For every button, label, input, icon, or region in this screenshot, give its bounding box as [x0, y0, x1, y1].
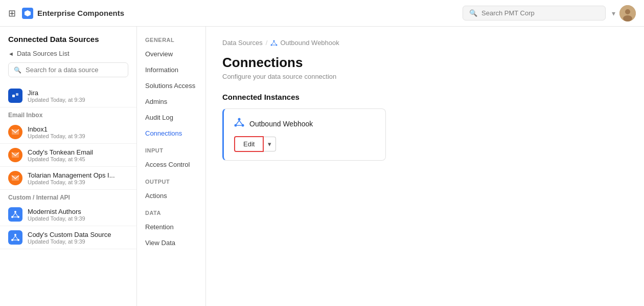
connection-card: Outbound Webhook Edit ▾: [222, 108, 386, 161]
svg-line-13: [15, 213, 18, 216]
jira-item-info: Jira Updated Today, at 9:39: [28, 89, 85, 103]
main-layout: Connected Data Sources ◄ Data Sources Li…: [0, 27, 644, 306]
grid-icon[interactable]: ⊞: [8, 8, 16, 19]
sidebar-item-cody-custom[interactable]: Cody's Custom Data Source Updated Today,…: [0, 226, 136, 249]
svg-line-30: [236, 121, 239, 125]
inbox1-item-name: Inbox1: [28, 125, 85, 133]
nav-right: ▾: [612, 5, 636, 21]
nav-audit-log[interactable]: Audit Log: [137, 110, 205, 125]
modernist-icon: [8, 207, 22, 222]
custom-api-section-label: Custom / Internal API: [0, 190, 136, 203]
jira-item-sub: Updated Today, at 9:39: [28, 97, 85, 103]
breadcrumb-data-sources[interactable]: Data Sources: [222, 39, 263, 47]
email-icon: [8, 125, 22, 139]
connection-webhook-icon: [234, 117, 244, 130]
output-section-label: Output: [137, 172, 205, 188]
jira-icon: [8, 89, 22, 103]
input-section-label: Input: [137, 141, 205, 157]
connection-card-header: Outbound Webhook: [234, 117, 375, 130]
datasource-search-input[interactable]: [26, 66, 123, 74]
cody-email-item-sub: Updated Today, at 9:45: [28, 156, 93, 162]
tolarian-item-sub: Updated Today, at 9:39: [28, 179, 115, 185]
svg-marker-0: [25, 10, 31, 16]
datasource-search[interactable]: 🔍: [8, 62, 128, 77]
svg-point-27: [238, 118, 241, 121]
email-section-label: Email Inbox: [0, 107, 136, 121]
back-label: Data Sources List: [17, 50, 70, 57]
main-content: Data Sources / Outbound Webhook Connecti…: [206, 27, 644, 306]
svg-line-12: [13, 213, 15, 216]
cody-email-icon: [8, 148, 22, 162]
connection-card-name: Outbound Webhook: [249, 120, 313, 128]
left-sidebar: Connected Data Sources ◄ Data Sources Li…: [0, 27, 137, 306]
tolarian-item-info: Tolarian Management Ops I... Updated Tod…: [28, 171, 115, 185]
nav-overview[interactable]: Overview: [137, 46, 205, 62]
svg-point-21: [273, 40, 275, 41]
jira-item-name: Jira: [28, 89, 85, 97]
logo-icon: [22, 8, 33, 19]
general-section-label: General: [137, 31, 205, 46]
dropdown-button[interactable]: ▾: [264, 137, 276, 151]
sidebar-header: Connected Data Sources ◄ Data Sources Li…: [0, 27, 136, 84]
search-icon: 🔍: [469, 9, 477, 17]
nav-information[interactable]: Information: [137, 62, 205, 78]
breadcrumb-webhook: Outbound Webhook: [270, 39, 339, 47]
svg-line-25: [274, 41, 277, 45]
modernist-item-name: Modernist Authors: [28, 208, 85, 215]
svg-point-15: [14, 234, 16, 236]
svg-line-18: [13, 236, 15, 239]
svg-line-19: [15, 236, 18, 239]
nav-connections[interactable]: Connections: [137, 125, 205, 141]
nav-view-data[interactable]: View Data: [137, 235, 205, 251]
tolarian-item-name: Tolarian Management Ops I...: [28, 171, 115, 179]
connected-instances-label: Connected Instances: [222, 93, 628, 101]
avatar[interactable]: [619, 5, 636, 21]
inbox1-item-sub: Updated Today, at 9:39: [28, 133, 85, 139]
cody-email-item-name: Cody's Tonkean Email: [28, 148, 93, 156]
sidebar-item-inbox1[interactable]: Inbox1 Updated Today, at 9:39: [0, 121, 136, 144]
middle-nav-panel: General Overview Information Solutions A…: [137, 27, 206, 306]
svg-point-3: [623, 15, 632, 21]
modernist-item-sub: Updated Today, at 9:39: [28, 215, 85, 222]
data-section-label: Data: [137, 204, 205, 219]
page-title: Connections: [222, 55, 628, 71]
top-nav: ⊞ Enterprise Components 🔍 ▾: [0, 0, 644, 27]
app-logo: Enterprise Components: [22, 8, 124, 19]
cody-custom-icon: [8, 230, 22, 245]
back-to-datasources[interactable]: ◄ Data Sources List: [8, 50, 128, 57]
edit-button[interactable]: Edit: [234, 136, 264, 152]
svg-point-2: [625, 9, 630, 14]
search-icon: 🔍: [14, 67, 21, 74]
cody-custom-item-sub: Updated Today, at 9:39: [28, 238, 111, 245]
back-arrow-icon: ◄: [8, 51, 14, 57]
sidebar-item-cody-email[interactable]: Cody's Tonkean Email Updated Today, at 9…: [0, 144, 136, 167]
sidebar-item-tolarian[interactable]: Tolarian Management Ops I... Updated Tod…: [0, 167, 136, 190]
global-search[interactable]: 🔍: [463, 6, 606, 20]
app-title: Enterprise Components: [37, 9, 124, 17]
modernist-item-info: Modernist Authors Updated Today, at 9:39: [28, 208, 85, 222]
sidebar-title: Connected Data Sources: [8, 35, 128, 43]
svg-point-9: [14, 211, 16, 213]
cody-custom-item-name: Cody's Custom Data Source: [28, 231, 111, 238]
tolarian-icon: [8, 171, 22, 185]
nav-retention[interactable]: Retention: [137, 219, 205, 235]
breadcrumb: Data Sources / Outbound Webhook: [222, 39, 628, 47]
sidebar-item-modernist[interactable]: Modernist Authors Updated Today, at 9:39: [0, 203, 136, 226]
cody-email-item-info: Cody's Tonkean Email Updated Today, at 9…: [28, 148, 93, 162]
inbox1-item-info: Inbox1 Updated Today, at 9:39: [28, 125, 85, 139]
svg-rect-4: [12, 95, 15, 97]
nav-actions[interactable]: Actions: [137, 188, 205, 204]
nav-access-control[interactable]: Access Control: [137, 157, 205, 172]
chevron-down-icon[interactable]: ▾: [612, 9, 615, 17]
svg-line-24: [272, 41, 274, 45]
sidebar-item-jira[interactable]: Jira Updated Today, at 9:39: [0, 84, 136, 107]
nav-admins[interactable]: Admins: [137, 94, 205, 110]
search-input[interactable]: [481, 9, 599, 17]
page-subtitle: Configure your data source connection: [222, 73, 628, 80]
connection-card-actions: Edit ▾: [234, 136, 375, 152]
breadcrumb-separator: /: [266, 39, 268, 47]
nav-solutions-access[interactable]: Solutions Access: [137, 78, 205, 94]
cody-custom-item-info: Cody's Custom Data Source Updated Today,…: [28, 231, 111, 245]
breadcrumb-webhook-label: Outbound Webhook: [280, 39, 339, 47]
dropdown-arrow-icon: ▾: [268, 140, 271, 148]
